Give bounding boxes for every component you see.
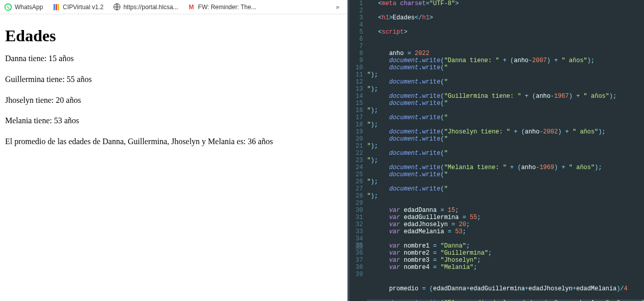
bookmark-portal[interactable]: https://portal.hlcsa... <box>113 3 178 11</box>
bookmark-cip[interactable]: CIPVirtual v1.2 <box>52 3 103 11</box>
output-line: Guillermina tiene: 55 años <box>5 74 342 85</box>
bookmark-whatsapp[interactable]: WhatsApp <box>4 3 43 11</box>
gmail-icon: M <box>187 3 196 11</box>
output-line: Melania tiene: 53 años <box>5 116 342 126</box>
output-line: Jhoselyn tiene: 20 años <box>5 95 342 106</box>
bookmark-gmail[interactable]: M FW: Reminder: The... <box>187 3 256 11</box>
browser-pane: WhatsApp CIPVirtual v1.2 https://portal.… <box>0 0 347 301</box>
page-heading: Edades <box>5 26 342 45</box>
bookmark-label: https://portal.hlcsa... <box>123 4 178 11</box>
line-number-gutter: 1234567891011121314151617181920212223242… <box>350 0 367 301</box>
bookmarks-expand-button[interactable]: » <box>332 4 343 11</box>
cip-icon <box>52 3 60 11</box>
bookmark-label: WhatsApp <box>15 4 43 11</box>
bookmarks-bar: WhatsApp CIPVirtual v1.2 https://portal.… <box>0 0 347 14</box>
bookmark-label: CIPVirtual v1.2 <box>63 4 103 11</box>
whatsapp-icon <box>4 3 12 11</box>
code-editor[interactable]: 1234567891011121314151617181920212223242… <box>347 0 644 301</box>
globe-icon <box>113 3 121 11</box>
output-line: El promedio de las edades de Danna, Guil… <box>5 136 342 147</box>
bookmark-label: FW: Reminder: The... <box>198 4 256 11</box>
output-line: Danna tiene: 15 años <box>5 53 342 64</box>
code-content[interactable]: <meta charset="UTF-8"> <h1>Edades</h1> <… <box>367 0 644 301</box>
rendered-page: Edades Danna tiene: 15 años Guillermina … <box>0 14 347 162</box>
